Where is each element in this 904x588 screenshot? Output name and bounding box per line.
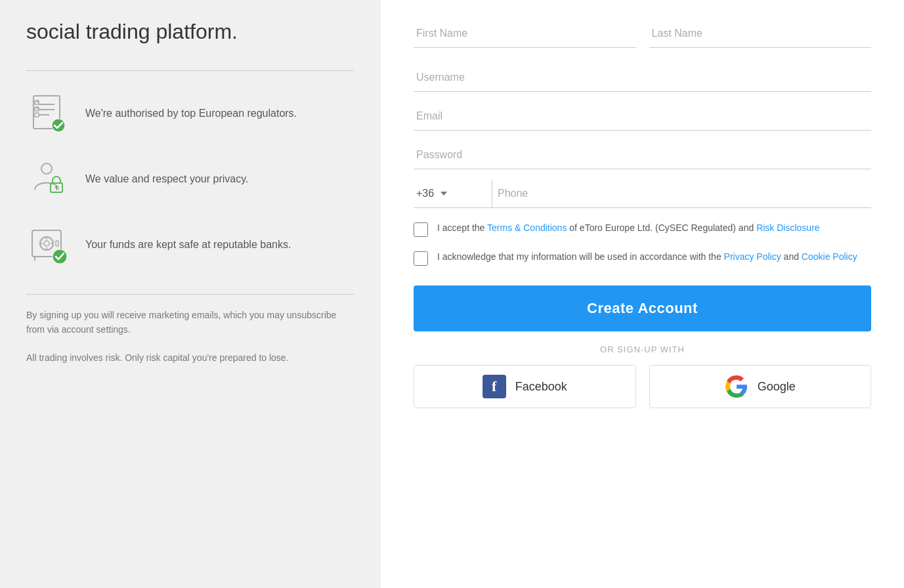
right-panel: +36 I accept the Terms & Conditions of e… — [381, 0, 904, 588]
footer-risk-text: All trading involves risk. Only risk cap… — [26, 350, 355, 365]
privacy-label: I acknowledge that my information will b… — [437, 250, 857, 264]
feature-regulations-text: We're authorised by top European regulat… — [85, 106, 297, 121]
svg-point-18 — [44, 241, 49, 246]
facebook-icon: f — [483, 375, 506, 398]
terms-checkbox-row: I accept the Terms & Conditions of eToro… — [414, 221, 871, 237]
regulations-icon — [26, 91, 72, 136]
feature-list: We're authorised by top European regulat… — [26, 91, 355, 268]
first-name-input[interactable] — [414, 20, 636, 48]
privacy-icon — [26, 156, 72, 202]
name-row — [414, 20, 871, 58]
svg-rect-6 — [35, 113, 39, 117]
last-name-input[interactable] — [649, 20, 872, 48]
privacy-checkbox[interactable] — [414, 251, 428, 266]
left-panel: social trading platform. — [0, 0, 381, 588]
terms-checkbox[interactable] — [414, 222, 428, 237]
svg-point-12 — [41, 163, 52, 174]
feature-safe-text: Your funds are kept safe at reputable ba… — [85, 238, 291, 252]
terms-label: I accept the Terms & Conditions of eToro… — [437, 221, 820, 235]
privacy-policy-link[interactable]: Privacy Policy — [724, 251, 781, 262]
feature-safe: Your funds are kept safe at reputable ba… — [26, 222, 355, 268]
feature-privacy: We value and respect your privacy. — [26, 156, 355, 202]
google-button[interactable]: Google — [649, 365, 872, 408]
password-input[interactable] — [414, 141, 871, 169]
facebook-button[interactable]: f Facebook — [414, 365, 636, 408]
cookie-policy-link[interactable]: Cookie Policy — [802, 251, 857, 262]
email-input[interactable] — [414, 102, 871, 131]
divider-bottom — [26, 294, 355, 295]
create-account-button[interactable]: Create Account — [414, 285, 871, 331]
feature-privacy-text: We value and respect your privacy. — [85, 172, 248, 186]
username-input[interactable] — [414, 64, 871, 92]
svg-rect-23 — [56, 241, 58, 246]
google-icon — [725, 375, 748, 398]
terms-link[interactable]: Terms & Conditions — [487, 222, 567, 233]
feature-regulations: We're authorised by top European regulat… — [26, 91, 355, 136]
phone-country-selector[interactable]: +36 — [414, 180, 492, 207]
chevron-down-icon — [441, 192, 447, 196]
footer-marketing-text: By signing up you will receive marketing… — [26, 308, 355, 337]
or-signup-label: OR SIGN-UP WITH — [414, 345, 871, 354]
page-title: social trading platform. — [26, 20, 355, 44]
facebook-label: Facebook — [515, 380, 567, 394]
google-label: Google — [758, 380, 796, 394]
safe-icon — [26, 222, 72, 268]
social-row: f Facebook Google — [414, 365, 871, 408]
phone-row: +36 — [414, 180, 871, 208]
divider-top — [26, 70, 355, 71]
phone-country-code: +36 — [416, 188, 434, 200]
phone-input[interactable] — [492, 180, 871, 207]
risk-disclosure-link[interactable]: Risk Disclosure — [756, 222, 819, 233]
privacy-checkbox-row: I acknowledge that my information will b… — [414, 250, 871, 266]
svg-point-14 — [55, 186, 58, 188]
